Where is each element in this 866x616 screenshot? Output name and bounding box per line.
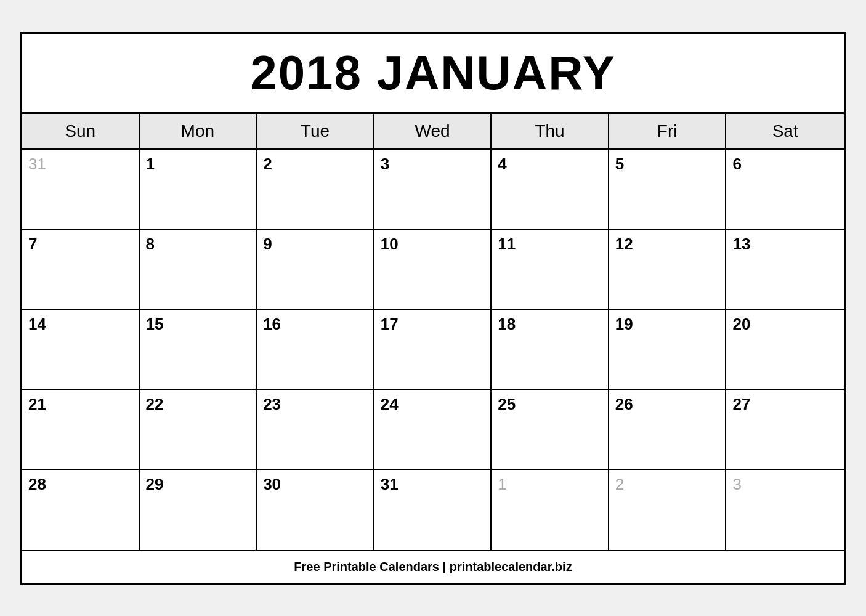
cell-day-number: 4: [498, 155, 602, 174]
calendar-cell: 29: [140, 470, 257, 550]
calendar-cell: 22: [140, 390, 257, 470]
calendar-cell: 3: [726, 470, 844, 550]
calendar-title: 2018 JANUARY: [22, 34, 844, 114]
calendar-cell: 26: [609, 390, 727, 470]
cell-day-number: 9: [263, 235, 367, 254]
calendar-cell: 1: [492, 470, 609, 550]
calendar-header: SunMonTueWedThuFriSat: [22, 114, 844, 150]
calendar-cell: 1: [140, 150, 257, 230]
cell-day-number: 17: [381, 315, 485, 334]
cell-day-number: 11: [498, 235, 602, 254]
cell-day-number: 2: [615, 475, 719, 494]
cell-day-number: 21: [28, 395, 132, 414]
calendar-cell: 15: [140, 310, 257, 390]
calendar-cell: 21: [22, 390, 140, 470]
cell-day-number: 27: [732, 395, 838, 414]
calendar-cell: 31: [374, 470, 492, 550]
cell-day-number: 13: [732, 235, 838, 254]
day-header-tue: Tue: [257, 114, 374, 148]
cell-day-number: 1: [146, 155, 250, 174]
day-header-wed: Wed: [374, 114, 492, 148]
calendar-cell: 6: [726, 150, 844, 230]
cell-day-number: 23: [263, 395, 367, 414]
calendar-cell: 16: [257, 310, 374, 390]
calendar-cell: 28: [22, 470, 140, 550]
calendar-cell: 7: [22, 230, 140, 310]
day-header-sun: Sun: [22, 114, 140, 148]
calendar-body: 3112345678910111213141516171819202122232…: [22, 150, 844, 550]
cell-day-number: 30: [263, 475, 367, 494]
calendar-cell: 27: [726, 390, 844, 470]
calendar-cell: 9: [257, 230, 374, 310]
cell-day-number: 14: [28, 315, 132, 334]
cell-day-number: 20: [732, 315, 838, 334]
calendar-cell: 4: [492, 150, 609, 230]
calendar-cell: 12: [609, 230, 727, 310]
day-header-fri: Fri: [609, 114, 727, 148]
calendar-cell: 10: [374, 230, 492, 310]
calendar-cell: 20: [726, 310, 844, 390]
calendar-cell: 3: [374, 150, 492, 230]
calendar-cell: 25: [492, 390, 609, 470]
cell-day-number: 31: [381, 475, 485, 494]
cell-day-number: 10: [381, 235, 485, 254]
cell-day-number: 2: [263, 155, 367, 174]
cell-day-number: 7: [28, 235, 132, 254]
calendar-cell: 13: [726, 230, 844, 310]
calendar-cell: 18: [492, 310, 609, 390]
calendar-cell: 2: [609, 470, 727, 550]
calendar-cell: 5: [609, 150, 727, 230]
cell-day-number: 1: [498, 475, 602, 494]
cell-day-number: 18: [498, 315, 602, 334]
cell-day-number: 28: [28, 475, 132, 494]
cell-day-number: 3: [732, 475, 838, 494]
cell-day-number: 19: [615, 315, 719, 334]
cell-day-number: 24: [381, 395, 485, 414]
calendar-cell: 23: [257, 390, 374, 470]
cell-day-number: 6: [732, 155, 838, 174]
calendar-cell: 24: [374, 390, 492, 470]
calendar-cell: 31: [22, 150, 140, 230]
day-header-thu: Thu: [492, 114, 609, 148]
cell-day-number: 15: [146, 315, 250, 334]
cell-day-number: 22: [146, 395, 250, 414]
day-header-mon: Mon: [140, 114, 257, 148]
calendar-cell: 19: [609, 310, 727, 390]
cell-day-number: 8: [146, 235, 250, 254]
cell-day-number: 12: [615, 235, 719, 254]
cell-day-number: 31: [28, 155, 132, 174]
cell-day-number: 3: [381, 155, 485, 174]
calendar-cell: 30: [257, 470, 374, 550]
calendar-cell: 2: [257, 150, 374, 230]
cell-day-number: 29: [146, 475, 250, 494]
cell-day-number: 26: [615, 395, 719, 414]
calendar-cell: 11: [492, 230, 609, 310]
cell-day-number: 5: [615, 155, 719, 174]
calendar-footer: Free Printable Calendars | printablecale…: [22, 550, 844, 583]
calendar-cell: 17: [374, 310, 492, 390]
calendar-cell: 8: [140, 230, 257, 310]
cell-day-number: 25: [498, 395, 602, 414]
day-header-sat: Sat: [726, 114, 844, 148]
calendar-cell: 14: [22, 310, 140, 390]
calendar-container: 2018 JANUARY SunMonTueWedThuFriSat 31123…: [20, 32, 846, 585]
cell-day-number: 16: [263, 315, 367, 334]
